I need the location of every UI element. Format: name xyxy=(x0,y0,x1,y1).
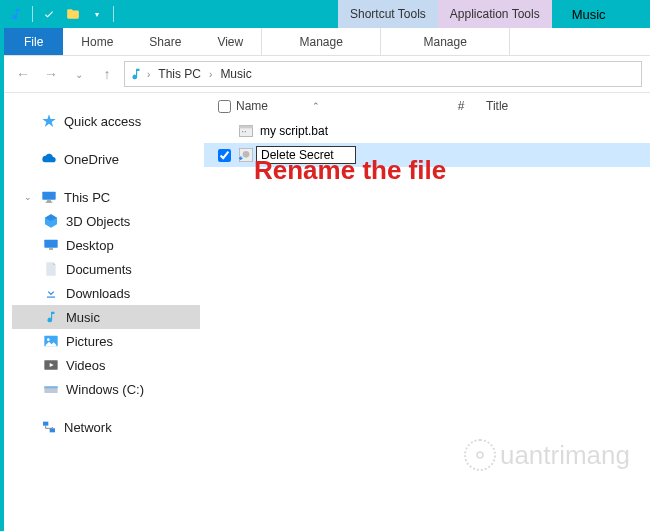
up-button[interactable]: ↑ xyxy=(96,63,118,85)
file-row[interactable]: my script.bat xyxy=(204,119,650,143)
svg-point-7 xyxy=(47,338,50,341)
tree-label: This PC xyxy=(64,190,110,205)
svg-rect-2 xyxy=(46,202,53,203)
window-title: Music xyxy=(552,0,650,28)
chevron-right-icon[interactable]: › xyxy=(209,69,212,80)
tree-label: Downloads xyxy=(66,286,130,301)
svg-rect-12 xyxy=(50,428,55,432)
cloud-icon xyxy=(40,150,58,168)
ribbon-tab-home[interactable]: Home xyxy=(63,28,131,55)
breadcrumb-music[interactable]: Music xyxy=(216,67,255,81)
tree-downloads[interactable]: Downloads xyxy=(12,281,200,305)
tree-network[interactable]: Network xyxy=(12,415,200,439)
column-number[interactable]: # xyxy=(436,99,486,113)
ribbon-tab-share[interactable]: Share xyxy=(131,28,199,55)
svg-rect-11 xyxy=(43,422,48,426)
check-icon[interactable] xyxy=(41,6,57,22)
tree-label: 3D Objects xyxy=(66,214,130,229)
file-name: my script.bat xyxy=(256,124,328,138)
tree-music[interactable]: Music xyxy=(12,305,200,329)
drive-icon xyxy=(42,380,60,398)
desktop-icon xyxy=(42,236,60,254)
tree-onedrive[interactable]: OneDrive xyxy=(12,147,200,171)
svg-point-15 xyxy=(242,131,243,132)
ribbon-tab-manage-app[interactable]: Manage xyxy=(381,28,509,55)
address-bar[interactable]: › This PC › Music xyxy=(124,61,642,87)
separator xyxy=(113,6,114,22)
music-icon xyxy=(42,308,60,326)
collapse-icon[interactable]: ⌄ xyxy=(24,192,34,202)
separator xyxy=(32,6,33,22)
folder-icon[interactable] xyxy=(65,6,81,22)
tree-pictures[interactable]: Pictures xyxy=(12,329,200,353)
pictures-icon xyxy=(42,332,60,350)
quick-access-toolbar: ▾ xyxy=(4,0,118,28)
monitor-icon xyxy=(40,188,58,206)
bat-file-icon xyxy=(236,122,256,140)
svg-rect-14 xyxy=(239,126,252,129)
network-icon xyxy=(40,418,58,436)
tree-windows-c[interactable]: Windows (C:) xyxy=(12,377,200,401)
dropdown-icon[interactable]: ▾ xyxy=(89,6,105,22)
tree-label: OneDrive xyxy=(64,152,119,167)
breadcrumb-this-pc[interactable]: This PC xyxy=(154,67,205,81)
forward-button[interactable]: → xyxy=(40,63,62,85)
separator xyxy=(509,28,510,55)
svg-point-18 xyxy=(243,151,250,158)
tree-label: Music xyxy=(66,310,100,325)
column-title[interactable]: Title xyxy=(486,99,650,113)
back-button[interactable]: ← xyxy=(12,63,34,85)
tree-3d-objects[interactable]: 3D Objects xyxy=(12,209,200,233)
file-list: Name ⌃ # Title my script.bat Rename the … xyxy=(204,93,650,531)
tree-label: Windows (C:) xyxy=(66,382,144,397)
sort-asc-icon: ⌃ xyxy=(312,101,320,111)
svg-rect-1 xyxy=(47,200,51,201)
tree-label: Pictures xyxy=(66,334,113,349)
svg-rect-0 xyxy=(42,192,55,200)
annotation-text: Rename the file xyxy=(254,155,446,186)
svg-rect-5 xyxy=(47,297,55,298)
cube-icon xyxy=(42,212,60,230)
tree-label: Network xyxy=(64,420,112,435)
row-checkbox[interactable] xyxy=(212,149,236,162)
ribbon-tab-file[interactable]: File xyxy=(4,28,63,55)
star-icon xyxy=(40,112,58,130)
tree-videos[interactable]: Videos xyxy=(12,353,200,377)
column-name[interactable]: Name ⌃ xyxy=(236,99,436,113)
tree-quick-access[interactable]: Quick access xyxy=(12,109,200,133)
context-tab-label: Application Tools xyxy=(438,0,552,28)
recent-locations-button[interactable]: ⌄ xyxy=(68,63,90,85)
svg-rect-4 xyxy=(49,248,53,249)
tree-label: Desktop xyxy=(66,238,114,253)
tree-label: Documents xyxy=(66,262,132,277)
svg-rect-3 xyxy=(44,240,57,248)
shortcut-icon xyxy=(236,146,256,164)
ribbon-tab-view[interactable]: View xyxy=(199,28,261,55)
navigation-bar: ← → ⌄ ↑ › This PC › Music xyxy=(4,56,650,92)
svg-point-16 xyxy=(245,131,246,132)
document-icon xyxy=(42,260,60,278)
context-tab-application[interactable]: Application Tools xyxy=(438,0,552,28)
tree-label: Quick access xyxy=(64,114,141,129)
context-tab-label: Shortcut Tools xyxy=(338,0,438,28)
music-icon xyxy=(129,67,143,81)
main-area: Quick access OneDrive ⌄ This PC 3D Objec… xyxy=(4,93,650,531)
videos-icon xyxy=(42,356,60,374)
navigation-tree: Quick access OneDrive ⌄ This PC 3D Objec… xyxy=(4,93,204,531)
chevron-right-icon[interactable]: › xyxy=(147,69,150,80)
column-label: Name xyxy=(236,99,268,113)
context-tab-shortcut[interactable]: Shortcut Tools xyxy=(338,0,438,28)
tree-desktop[interactable]: Desktop xyxy=(12,233,200,257)
column-headers: Name ⌃ # Title xyxy=(204,93,650,119)
select-all-checkbox[interactable] xyxy=(212,100,236,113)
music-icon xyxy=(8,6,24,22)
svg-rect-10 xyxy=(44,386,57,388)
title-bar: ▾ Shortcut Tools Application Tools Music xyxy=(4,0,650,28)
tree-documents[interactable]: Documents xyxy=(12,257,200,281)
tree-label: Videos xyxy=(66,358,106,373)
download-icon xyxy=(42,284,60,302)
tree-this-pc[interactable]: ⌄ This PC xyxy=(12,185,200,209)
ribbon-tabs: File Home Share View Manage Manage xyxy=(4,28,650,56)
ribbon-tab-manage-shortcut[interactable]: Manage xyxy=(262,28,380,55)
